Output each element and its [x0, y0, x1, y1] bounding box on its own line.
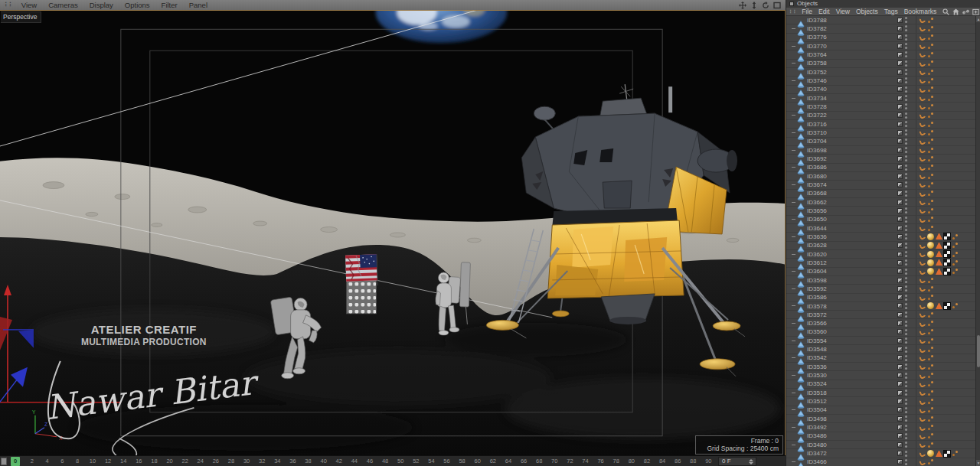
visibility-dots-icon[interactable]	[905, 95, 907, 97]
visibility-dots-icon[interactable]	[905, 43, 907, 45]
phong-tag-icon[interactable]	[919, 233, 927, 241]
dots-tag-icon[interactable]	[927, 34, 934, 41]
object-row[interactable]: ID3604	[786, 268, 975, 276]
dots-tag-icon[interactable]	[927, 363, 934, 370]
layer-icon[interactable]	[897, 321, 903, 326]
visibility-toggles[interactable]	[897, 278, 916, 283]
layer-icon[interactable]	[897, 416, 903, 422]
dots-tag-icon[interactable]	[952, 251, 959, 258]
polygon-object-icon[interactable]	[797, 34, 805, 41]
polygon-object-icon[interactable]	[797, 311, 805, 318]
visibility-dots-icon[interactable]	[905, 233, 907, 236]
polygon-object-icon[interactable]	[797, 181, 805, 188]
phong-tag-icon[interactable]	[919, 129, 927, 137]
objects-menu-objects[interactable]: Objects	[856, 8, 878, 16]
texture-tag-icon[interactable]	[927, 242, 934, 249]
objects-menu-edit[interactable]: Edit	[818, 8, 830, 16]
layer-icon[interactable]	[897, 174, 903, 179]
search-icon[interactable]	[942, 8, 949, 15]
object-row[interactable]: ID3548	[786, 345, 975, 354]
polygon-object-icon[interactable]	[797, 372, 805, 379]
panel-grip-icon[interactable]: ⠇⠇	[5, 2, 14, 8]
object-row[interactable]: ID3770	[786, 42, 975, 51]
visibility-dots-icon[interactable]	[905, 17, 907, 19]
phong-tag-icon[interactable]	[919, 215, 927, 223]
dots-tag-icon[interactable]	[952, 242, 959, 249]
dots-tag-icon[interactable]	[927, 354, 934, 361]
object-row[interactable]: ID3578	[786, 302, 975, 311]
dots-tag-icon[interactable]	[927, 60, 934, 67]
polygon-object-icon[interactable]	[797, 259, 805, 266]
dots-tag-icon[interactable]	[927, 164, 934, 171]
object-row[interactable]: ID3752	[786, 68, 975, 77]
visibility-toggles[interactable]	[897, 329, 916, 334]
polygon-object-icon[interactable]	[797, 207, 805, 214]
visibility-dots-icon[interactable]	[905, 277, 907, 279]
visibility-toggles[interactable]	[897, 433, 916, 438]
uvw-tag-icon[interactable]	[944, 451, 950, 457]
viewport-perspective[interactable]: ⠇⠇ ViewCamerasDisplayOptionsFilterPanel …	[0, 0, 786, 466]
phong-tag-icon[interactable]	[919, 111, 927, 119]
polygon-object-icon[interactable]	[797, 77, 805, 84]
selection-tag-icon[interactable]	[936, 303, 942, 309]
visibility-toggles[interactable]	[897, 303, 916, 308]
visibility-toggles[interactable]	[897, 416, 916, 422]
visibility-dots-icon[interactable]	[905, 243, 907, 245]
dots-tag-icon[interactable]	[927, 121, 934, 128]
visibility-toggles[interactable]	[897, 148, 916, 153]
object-row[interactable]: ID3680	[786, 172, 975, 181]
layer-icon[interactable]	[897, 148, 903, 153]
phong-tag-icon[interactable]	[919, 345, 927, 354]
polygon-object-icon[interactable]	[797, 277, 805, 284]
layer-icon[interactable]	[897, 252, 903, 257]
layer-icon[interactable]	[897, 156, 903, 161]
polygon-object-icon[interactable]	[797, 389, 805, 396]
visibility-toggles[interactable]	[897, 96, 916, 101]
layer-icon[interactable]	[897, 234, 903, 240]
object-row[interactable]: ID3782	[786, 24, 975, 33]
polygon-object-icon[interactable]	[797, 450, 805, 457]
dots-tag-icon[interactable]	[927, 372, 934, 379]
visibility-dots-icon[interactable]	[905, 285, 907, 288]
phong-tag-icon[interactable]	[919, 172, 927, 181]
dots-tag-icon[interactable]	[927, 129, 934, 136]
visibility-toggles[interactable]	[897, 26, 916, 31]
dots-tag-icon[interactable]	[927, 199, 934, 206]
object-row[interactable]: ID3722	[786, 112, 975, 120]
layer-icon[interactable]	[897, 78, 903, 83]
visibility-toggles[interactable]	[897, 165, 916, 170]
layer-icon[interactable]	[897, 442, 903, 448]
link-icon[interactable]	[962, 8, 969, 15]
visibility-toggles[interactable]	[897, 252, 916, 257]
phong-tag-icon[interactable]	[919, 337, 927, 345]
layer-icon[interactable]	[897, 269, 903, 274]
polygon-object-icon[interactable]	[797, 346, 805, 353]
dots-tag-icon[interactable]	[952, 233, 959, 240]
object-row[interactable]: ID3698	[786, 146, 975, 155]
phong-tag-icon[interactable]	[919, 449, 927, 458]
phong-tag-icon[interactable]	[919, 406, 927, 415]
phong-tag-icon[interactable]	[919, 363, 927, 371]
visibility-toggles[interactable]	[897, 44, 916, 49]
dolly-icon[interactable]	[750, 2, 758, 9]
phong-tag-icon[interactable]	[919, 250, 927, 259]
visibility-toggles[interactable]	[897, 112, 916, 118]
polygon-object-icon[interactable]	[797, 121, 805, 128]
polygon-object-icon[interactable]	[797, 60, 805, 67]
phong-tag-icon[interactable]	[919, 285, 927, 293]
layer-icon[interactable]	[897, 18, 903, 23]
layer-icon[interactable]	[897, 182, 903, 187]
layer-icon[interactable]	[897, 26, 903, 31]
spinner-arrows[interactable]	[749, 459, 756, 464]
object-row[interactable]: ID3758	[786, 60, 975, 68]
phong-tag-icon[interactable]	[919, 120, 927, 129]
layer-icon[interactable]	[897, 407, 903, 412]
timeline-bar[interactable]: 0246810121416182022242628303234363840424…	[0, 455, 786, 466]
object-row[interactable]: ID3536	[786, 363, 975, 371]
phong-tag-icon[interactable]	[919, 77, 927, 85]
layer-icon[interactable]	[897, 278, 903, 283]
object-row[interactable]: ID3734	[786, 94, 975, 103]
polygon-object-icon[interactable]	[797, 424, 805, 431]
polygon-object-icon[interactable]	[797, 86, 805, 93]
dots-tag-icon[interactable]	[927, 311, 934, 318]
